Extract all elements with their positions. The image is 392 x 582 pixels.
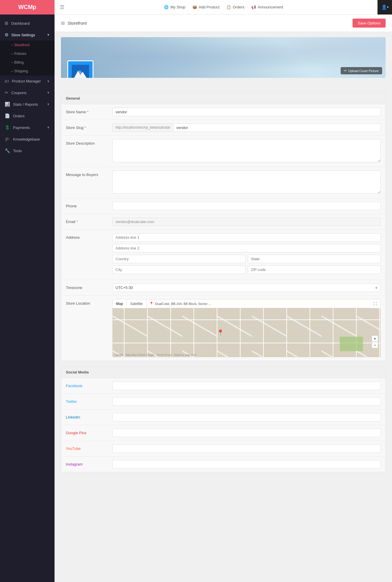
twitter-input[interactable] — [112, 397, 381, 406]
sidebar: ⊞ Dashboard ⚙ Store Settings ▼ -- Storef… — [0, 15, 55, 582]
store-description-label: Store Description — [66, 139, 112, 146]
cover-bg — [61, 37, 386, 78]
map-zoom-controls: + − — [372, 335, 378, 348]
store-settings-chevron: ▼ — [47, 33, 50, 37]
general-section-title: General — [61, 93, 385, 104]
tools-icon: 🔧 — [5, 148, 10, 153]
upload-cover-button[interactable]: ✏ Upload Cover Picture — [341, 67, 382, 74]
timezone-select[interactable]: UTC+5:30 UTC+0:00 UTC-5:00 — [112, 283, 381, 292]
sidebar-item-orders[interactable]: 📄 Orders — [0, 110, 55, 122]
sidebar-item-dashboard[interactable]: ⊞ Dashboard — [0, 17, 55, 29]
cover-image-area: ✏ Upload Cover Picture ✏ Upload Profile … — [61, 37, 386, 78]
email-input[interactable] — [112, 218, 381, 226]
email-row: Email * — [61, 214, 385, 230]
hamburger-menu[interactable]: ☰ — [55, 4, 70, 10]
brand-logo: WCMp — [0, 0, 55, 15]
stats-icon: 📊 — [5, 102, 10, 107]
store-description-row: Store Description — [61, 136, 385, 167]
sidebar-sub-billing[interactable]: -- Billing — [0, 58, 55, 67]
map-fullscreen-btn[interactable]: ⛶ — [370, 299, 380, 308]
youtube-input-area — [112, 444, 381, 453]
pencil-icon: ✏ — [344, 69, 347, 73]
store-description-textarea[interactable] — [112, 139, 381, 162]
message-to-buyers-row: Message to Buyers — [61, 167, 385, 198]
youtube-input[interactable] — [112, 444, 381, 453]
sidebar-item-product-manager[interactable]: 🏷 Product Manager ▼ — [0, 76, 55, 87]
country-input[interactable] — [112, 255, 245, 263]
sidebar-sub-policies[interactable]: -- Policies — [0, 49, 55, 58]
orders-link[interactable]: 📋 Orders — [226, 5, 244, 9]
facebook-input-area — [112, 382, 381, 390]
sidebar-sub-storefront[interactable]: -- Storefront — [0, 41, 55, 49]
sidebar-item-payments[interactable]: 💲 Payments ▼ — [0, 122, 55, 133]
map-address-bar: 📍 DualCube, BB-164, BB Block, Sector ... — [147, 302, 370, 306]
sidebar-item-stats-reports[interactable]: 📊 Stats / Reports ▼ — [0, 98, 55, 110]
general-section: General Store Name * Store Slug * — [61, 92, 386, 361]
store-settings-submenu: -- Storefront -- Policies -- Billing -- … — [0, 41, 55, 76]
linkedin-input[interactable] — [112, 413, 381, 421]
phone-input[interactable] — [112, 202, 381, 210]
map-zoom-in[interactable]: + — [372, 335, 378, 342]
sidebar-item-knowledgebase[interactable]: 🎓 Knowledgebase — [0, 133, 55, 145]
message-to-buyers-label: Message to Buyers — [66, 170, 112, 177]
map-pin-icon: 📍 — [149, 302, 153, 306]
satellite-view-btn[interactable]: Satellite — [127, 299, 147, 308]
add-product-link[interactable]: 📦 Add Product — [192, 5, 220, 9]
user-menu[interactable]: 👤 ▾ — [377, 0, 392, 15]
my-shop-link[interactable]: 🌐 My Shop — [164, 5, 185, 9]
timezone-input-area: UTC+5:30 UTC+0:00 UTC-5:00 — [112, 283, 381, 292]
save-options-button[interactable]: Save Options — [353, 19, 386, 28]
announcement-link[interactable]: 📢 Announcement — [251, 5, 283, 9]
store-location-label: Store Location — [66, 299, 112, 306]
message-to-buyers-input-area — [112, 170, 381, 195]
coupons-chevron: ▼ — [47, 91, 50, 94]
store-name-input[interactable] — [112, 108, 381, 116]
timezone-label: Timezone — [66, 283, 112, 290]
sidebar-item-tools[interactable]: 🔧 Tools — [0, 145, 55, 157]
facebook-input[interactable] — [112, 382, 381, 390]
coupons-icon: ✂ — [5, 90, 8, 95]
zip-input[interactable] — [248, 265, 381, 274]
page-title: Storefront — [68, 21, 87, 26]
store-description-input-area — [112, 139, 381, 163]
youtube-row: YouTube — [61, 441, 385, 457]
payments-icon: 💲 — [5, 125, 10, 130]
store-location-map-area: Map Satellite 📍 DualCube, BB-164, BB Blo… — [112, 299, 381, 357]
map-container[interactable]: Map Satellite 📍 DualCube, BB-164, BB Blo… — [112, 299, 381, 357]
sidebar-item-store-settings[interactable]: ⚙ Store Settings ▼ — [0, 29, 55, 41]
store-settings-icon: ⚙ — [5, 32, 8, 37]
email-label: Email * — [66, 218, 112, 224]
twitter-label: Twitter — [66, 397, 112, 404]
facebook-row: Facebook — [61, 378, 385, 394]
message-to-buyers-textarea[interactable] — [112, 170, 381, 194]
phone-row: Phone — [61, 198, 385, 214]
googleplus-input[interactable] — [112, 429, 381, 437]
phone-input-area — [112, 202, 381, 210]
address-line2-input[interactable] — [112, 244, 381, 252]
user-icon: 👤 — [381, 4, 387, 10]
map-zoom-out[interactable]: − — [372, 342, 378, 348]
stats-reports-chevron: ▼ — [47, 103, 50, 106]
instagram-input[interactable] — [112, 460, 381, 468]
product-manager-icon: 🏷 — [5, 79, 9, 84]
youtube-label: YouTube — [66, 444, 112, 451]
knowledgebase-icon: 🎓 — [5, 136, 10, 142]
sidebar-sub-shipping[interactable]: -- Shipping — [0, 67, 55, 76]
timezone-row: Timezone UTC+5:30 UTC+0:00 UTC-5:00 — [61, 280, 385, 296]
address-line1-input[interactable] — [112, 233, 381, 242]
googleplus-input-area — [112, 429, 381, 437]
store-slug-input[interactable] — [173, 123, 381, 132]
state-input[interactable] — [248, 255, 381, 263]
orders-icon: 📋 — [226, 5, 231, 9]
profile-image — [67, 60, 93, 78]
orders-sidebar-icon: 📄 — [5, 113, 10, 118]
map-green-area — [340, 337, 363, 351]
map-footer: Google Map data ©2018 Google Terms of Us… — [115, 353, 196, 356]
city-input[interactable] — [112, 265, 245, 274]
map-view-btn[interactable]: Map — [113, 299, 127, 308]
linkedin-label: LinkedIn — [66, 413, 112, 419]
twitter-row: Twitter — [61, 394, 385, 409]
sidebar-item-coupons[interactable]: ✂ Coupons ▼ — [0, 87, 55, 98]
store-name-label: Store Name * — [66, 108, 112, 114]
store-slug-input-area: http://localhost/wcmp_beta/subrata/ — [112, 123, 381, 132]
